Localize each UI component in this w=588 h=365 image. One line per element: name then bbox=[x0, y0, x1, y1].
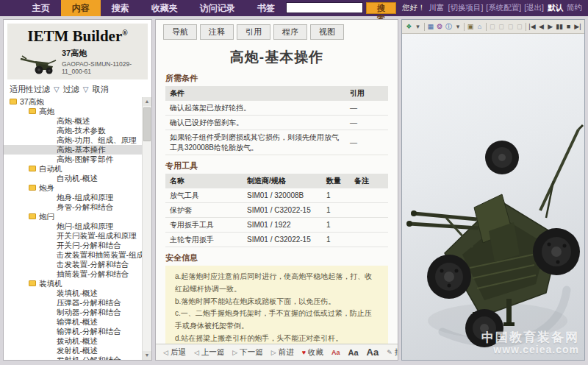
tree-item[interactable]: 高炮-概述 bbox=[4, 116, 142, 126]
tool-qty-cell: 1 bbox=[322, 203, 350, 218]
tree-item[interactable]: 装填机-概述 bbox=[4, 288, 142, 298]
filter-apply-button[interactable]: 过滤 bbox=[63, 84, 79, 95]
font-small-button[interactable]: Aa bbox=[331, 349, 340, 356]
dropdown-arrow-icon[interactable]: ▾ bbox=[413, 21, 422, 33]
tree-item[interactable]: 高炮-图解零部件 bbox=[4, 155, 142, 164]
scrollbar-thumb[interactable] bbox=[143, 107, 151, 141]
tree-item[interactable]: 自动机-概述 bbox=[4, 174, 142, 183]
3d-viewport[interactable]: 中国教育装备网 www.ceiea.com bbox=[402, 34, 584, 360]
tool-name-cell: 专用扳手工具 bbox=[165, 218, 243, 233]
logout-link[interactable]: [退出] bbox=[524, 3, 544, 13]
tree-item[interactable]: 拨动机-概述 bbox=[4, 336, 142, 346]
forward-button[interactable]: ▷前进 bbox=[271, 347, 294, 358]
tree-item[interactable]: 高炮-基本操作 bbox=[4, 145, 142, 155]
condition-cell: 确认已设好停留刹车。 bbox=[165, 116, 345, 130]
tree-item[interactable]: 击发装置和抽筒装置-组成和原理 bbox=[4, 250, 142, 260]
tool-mfg-cell: SIM01 / 320008B bbox=[243, 188, 322, 203]
product-info: 37高炮 GAOPAO-SIMUN-11029-11_000-61 bbox=[62, 48, 145, 75]
tree-item[interactable]: 击发装置-分解和结合 bbox=[4, 260, 142, 269]
info-icon[interactable]: ⓘ bbox=[444, 21, 453, 33]
tree-item[interactable]: 制动器-分解和结合 bbox=[4, 308, 142, 317]
safety-note-box: a.起落炮时应注意前后同时进行，使高炮平稳地起落，打、收红起螺杆协调一致。b.落… bbox=[165, 266, 388, 344]
nav-item[interactable]: 主页 bbox=[21, 0, 61, 16]
view-top-icon: ◻ bbox=[506, 21, 514, 33]
tree-item[interactable]: 炮闩 bbox=[4, 212, 142, 222]
switch-project-link[interactable]: [切换项目] bbox=[448, 3, 483, 13]
document-tab[interactable]: 导航 bbox=[163, 24, 197, 40]
footer-button-icon: ◁ bbox=[194, 349, 199, 356]
registered-mark: ® bbox=[122, 29, 127, 37]
scroll-up-arrow-icon[interactable]: ▲ bbox=[143, 97, 151, 106]
nav-item[interactable]: 收藏夹 bbox=[140, 0, 189, 16]
theme-simple-toggle[interactable]: 简约 bbox=[567, 3, 582, 13]
document-tab[interactable]: 引用 bbox=[237, 24, 270, 40]
folder-icon bbox=[29, 166, 36, 171]
back-button[interactable]: ◁后退 bbox=[163, 347, 186, 358]
system-config-link[interactable]: [系统配置] bbox=[486, 3, 521, 13]
pause-icon[interactable]: ▮▮ bbox=[555, 21, 564, 33]
tree-item[interactable]: 发射机-分解和结合 bbox=[4, 355, 142, 360]
tree-item[interactable]: 高炮-功用、组成、原理 bbox=[4, 135, 142, 145]
tree-item[interactable]: 自动机 bbox=[4, 164, 142, 174]
tree-item[interactable]: 37高炮 bbox=[4, 97, 142, 107]
footer-button-icon: ♥ bbox=[302, 349, 306, 356]
section-box-icon[interactable]: ▣ bbox=[466, 21, 475, 33]
tree-item[interactable]: 装填机 bbox=[4, 279, 142, 288]
view-iso-icon: ◻ bbox=[515, 21, 524, 33]
favorite-button[interactable]: ♥收藏 bbox=[302, 347, 323, 358]
tree-item[interactable]: 抽筒装置-分解和结合 bbox=[4, 269, 142, 279]
ref-cell: — bbox=[345, 116, 388, 130]
tree-item[interactable]: 炮闩-组成和原理 bbox=[4, 222, 142, 231]
document-tabs: 导航注释引用程序视图 bbox=[156, 20, 398, 43]
nav-item[interactable]: 访问记录 bbox=[189, 0, 246, 16]
table-row: 确认已设好停留刹车。 — bbox=[165, 116, 388, 130]
nav-item[interactable]: 搜索 bbox=[101, 0, 140, 16]
document-tab[interactable]: 视图 bbox=[310, 24, 344, 40]
tree-item[interactable]: 开关闩-分解和结合 bbox=[4, 241, 142, 250]
tree-item[interactable]: 开关闩装置-组成和原理 bbox=[4, 231, 142, 241]
ref-cell: — bbox=[345, 101, 388, 116]
product-code: GAOPAO-SIMUN-11029-11_000-61 bbox=[62, 60, 145, 75]
view-front-icon: ◻ bbox=[487, 21, 496, 33]
page-title: 高炮-基本操作 bbox=[165, 48, 388, 67]
col-mfg: 制造商/规格 bbox=[243, 174, 322, 188]
next-article-button[interactable]: ▷下一篇 bbox=[232, 347, 262, 358]
nav-item[interactable]: 内容 bbox=[61, 0, 101, 16]
search-button[interactable]: 搜索 bbox=[366, 2, 396, 14]
safety-note-line: c.一、二炮手握炮身托架时，手不宜握的过低或过紧，防止压手或身体被托架带倒。 bbox=[175, 308, 379, 333]
tool-qty-cell: 1 bbox=[322, 218, 350, 233]
render-mode-icon[interactable]: ❂ bbox=[435, 21, 444, 33]
skip-end-icon[interactable]: ▶| bbox=[573, 21, 582, 33]
dropdown-arrow-icon[interactable]: ▾ bbox=[453, 21, 462, 33]
stop-icon[interactable]: ■ bbox=[564, 21, 573, 33]
tool-name-cell: 保护套 bbox=[165, 203, 243, 218]
document-tab[interactable]: 程序 bbox=[273, 24, 307, 40]
tree-item[interactable]: 高炮-技术参数 bbox=[4, 126, 142, 135]
filter-cancel-button[interactable]: 取消 bbox=[92, 84, 108, 95]
tree-item[interactable]: 炮身 bbox=[4, 183, 142, 193]
search-input[interactable] bbox=[286, 2, 363, 13]
step-back-icon[interactable]: ◀ bbox=[537, 21, 545, 33]
scroll-down-arrow-icon[interactable]: ▼ bbox=[143, 351, 151, 360]
home-view-icon[interactable]: ⌂ bbox=[475, 21, 484, 33]
tree-item[interactable]: 高炮 bbox=[4, 107, 142, 116]
nav-item[interactable]: 书签 bbox=[246, 0, 286, 16]
3d-viewer-panel: ❖▾▦❂ⓘ▾▣⌂◻◻◻◻|◀◀▶▮▮■▶| bbox=[401, 19, 585, 361]
tree-scrollbar[interactable]: ▲ ▼ bbox=[142, 97, 151, 360]
tree-item[interactable]: 炮身-组成和原理 bbox=[4, 193, 142, 202]
tree-item[interactable]: 发射机-概述 bbox=[4, 346, 142, 355]
document-tab[interactable]: 注释 bbox=[200, 24, 234, 40]
prev-article-button[interactable]: ◁上一篇 bbox=[194, 347, 224, 358]
tree-item[interactable]: 压弹器-分解和结合 bbox=[4, 298, 142, 308]
tree-item[interactable]: 身管-分解和结合 bbox=[4, 202, 142, 212]
views-icon[interactable]: ▦ bbox=[426, 21, 435, 33]
model-tree-icon[interactable]: ❖ bbox=[404, 21, 413, 33]
font-medium-button[interactable]: Aa bbox=[348, 348, 359, 357]
play-icon[interactable]: ▶ bbox=[546, 21, 555, 33]
annotation-manage-button[interactable]: ✎批注管理 bbox=[387, 347, 398, 358]
tree-item[interactable]: 输弹机-分解和结合 bbox=[4, 327, 142, 336]
skip-start-icon[interactable]: |◀ bbox=[528, 21, 537, 33]
theme-default-toggle[interactable]: 默认 bbox=[548, 3, 563, 13]
font-large-button[interactable]: Aa bbox=[367, 347, 379, 358]
tree-item[interactable]: 输弹机-概述 bbox=[4, 317, 142, 327]
